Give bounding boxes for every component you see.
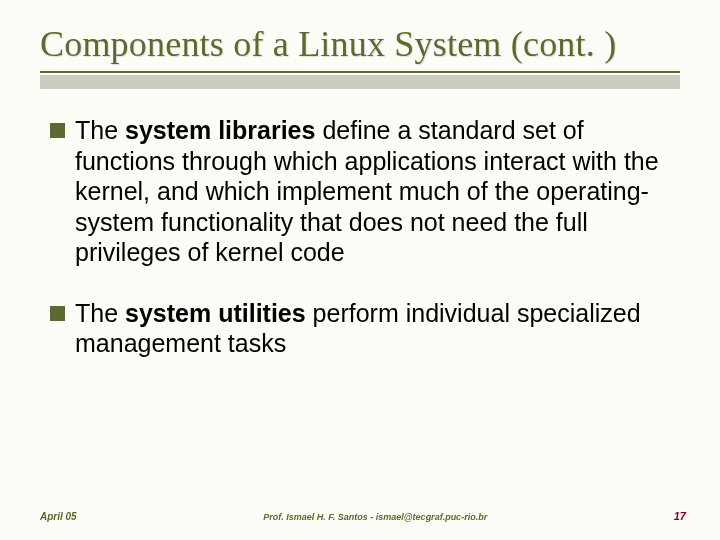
bullet-text: The system libraries define a standard s…	[75, 115, 682, 268]
bullet-lead: The	[75, 299, 125, 327]
slide: Components of a Linux System (cont. ) Th…	[0, 0, 720, 540]
bullet-item: The system libraries define a standard s…	[50, 115, 682, 268]
footer-author: Prof. Ismael H. F. Santos - ismael@tecgr…	[263, 512, 487, 522]
rule-line	[40, 71, 680, 73]
title-underline	[40, 71, 692, 89]
bullet-text: The system utilities perform individual …	[75, 298, 682, 359]
square-bullet-icon	[50, 123, 65, 138]
square-bullet-icon	[50, 306, 65, 321]
bullet-bold: system libraries	[125, 116, 315, 144]
slide-content: The system libraries define a standard s…	[40, 115, 692, 359]
slide-title: Components of a Linux System (cont. )	[40, 24, 692, 65]
footer-date: April 05	[40, 511, 77, 522]
bullet-lead: The	[75, 116, 125, 144]
slide-footer: April 05 Prof. Ismael H. F. Santos - ism…	[40, 510, 686, 522]
bullet-item: The system utilities perform individual …	[50, 298, 682, 359]
bullet-bold: system utilities	[125, 299, 306, 327]
footer-page-number: 17	[674, 510, 686, 522]
rule-shadow	[40, 75, 680, 89]
